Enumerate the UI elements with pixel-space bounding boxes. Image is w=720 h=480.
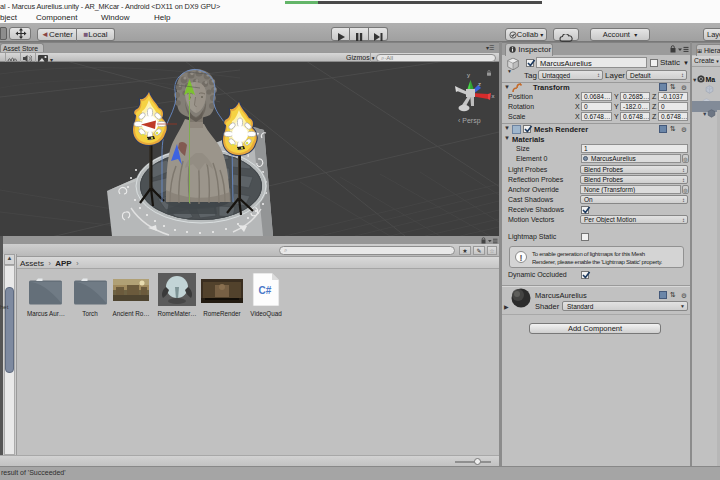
svg-text:x: x: [492, 93, 495, 99]
svg-text:y: y: [467, 72, 470, 78]
svg-text:z: z: [478, 81, 481, 87]
svg-text:C#: C#: [259, 285, 272, 296]
svg-text:‹ Persp: ‹ Persp: [458, 117, 481, 125]
